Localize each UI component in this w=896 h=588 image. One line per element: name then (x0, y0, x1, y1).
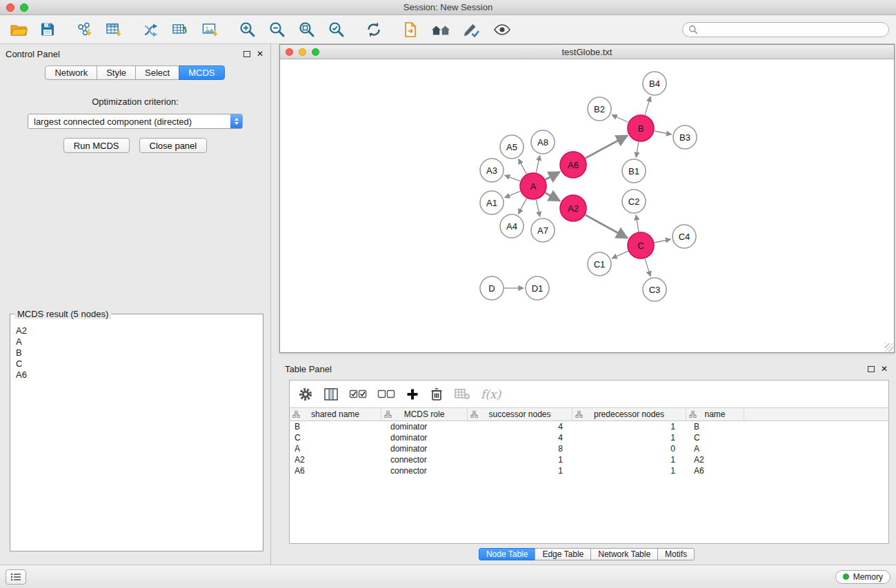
table-row[interactable]: Adominator80A (290, 443, 888, 454)
float-panel-button[interactable] (243, 51, 250, 57)
refresh-layout-button[interactable] (365, 21, 383, 39)
column-header-MCDS-role[interactable]: MCDS role (381, 408, 468, 420)
graph-node-A8[interactable]: A8 (531, 130, 555, 154)
column-button[interactable] (323, 387, 339, 402)
graph-edge-A-A5[interactable] (519, 159, 527, 174)
tab-network-table[interactable]: Network Table (590, 548, 658, 560)
table-cell[interactable]: A2 (290, 454, 381, 465)
tab-style[interactable]: Style (97, 65, 136, 80)
network-graph[interactable]: B4B2BB3A8A5A6A3B1AC2A1A2A4A7C4CC1C3DD1 (280, 59, 894, 352)
table-cell[interactable]: A6 (686, 465, 744, 476)
table-cell[interactable]: 1 (573, 454, 686, 465)
table-cell[interactable]: connector (381, 465, 468, 476)
function-builder-button[interactable]: f(x) (481, 387, 501, 401)
table-row[interactable]: A6connector11A6 (290, 465, 888, 476)
graph-node-C3[interactable]: C3 (643, 278, 666, 301)
mcds-result-item[interactable]: B (14, 347, 259, 358)
graph-node-A4[interactable]: A4 (500, 214, 524, 238)
close-panel-icon-button[interactable]: ✕ (257, 50, 263, 58)
graph-node-A[interactable]: A (520, 173, 546, 199)
column-header-name[interactable]: name (686, 408, 744, 420)
graph-node-C1[interactable]: C1 (588, 252, 611, 276)
table-cell[interactable]: C (686, 432, 744, 443)
graph-node-C4[interactable]: C4 (673, 225, 696, 248)
select-all-button[interactable] (349, 387, 367, 401)
graph-edge-C-C1[interactable] (612, 251, 628, 258)
graph-edge-B-B3[interactable] (655, 131, 672, 134)
table-row[interactable]: Bdominator41B (290, 421, 888, 432)
column-header-predecessor-nodes[interactable]: predecessor nodes (573, 408, 686, 420)
table-cell[interactable]: A6 (290, 465, 381, 476)
table-cell[interactable]: dominator (381, 421, 468, 432)
memory-button[interactable]: Memory (835, 570, 890, 584)
new-table-button[interactable] (172, 21, 190, 38)
graph-node-B4[interactable]: B4 (643, 72, 666, 95)
graph-node-A7[interactable]: A7 (531, 219, 555, 242)
graph-node-D1[interactable]: D1 (526, 276, 549, 300)
zoom-out-button[interactable] (268, 21, 286, 39)
tab-select[interactable]: Select (135, 65, 179, 80)
mcds-result-item[interactable]: A2 (14, 325, 259, 336)
graph-edge-A-A6[interactable] (546, 172, 560, 179)
zoom-in-button[interactable] (239, 21, 257, 39)
table-cell[interactable]: 8 (468, 443, 573, 454)
list-menu-button[interactable] (6, 569, 26, 585)
graph-node-C[interactable]: C (628, 232, 654, 258)
import-table-button[interactable] (105, 21, 123, 38)
table-cell[interactable]: 1 (573, 432, 686, 443)
graph-node-B1[interactable]: B1 (622, 159, 646, 183)
tab-node-table[interactable]: Node Table (479, 548, 536, 560)
graph-node-A3[interactable]: A3 (480, 159, 504, 182)
delete-row-button[interactable] (430, 387, 444, 402)
graph-edge-B-B4[interactable] (645, 97, 650, 115)
close-table-panel-button[interactable]: ✕ (881, 365, 888, 373)
export-image-button[interactable] (201, 21, 219, 38)
table-cell[interactable]: C (290, 432, 381, 443)
table-row[interactable]: A2connector11A2 (290, 454, 888, 465)
column-header-successor-nodes[interactable]: successor nodes (468, 408, 573, 420)
apply-style-button[interactable] (463, 21, 481, 38)
graph-edge-B-B2[interactable] (612, 115, 628, 123)
tab-motifs[interactable]: Motifs (657, 548, 695, 560)
branch-network-button[interactable] (142, 21, 160, 38)
graph-node-B2[interactable]: B2 (588, 97, 611, 121)
search-input[interactable] (701, 25, 883, 34)
show-all-views-button[interactable] (430, 21, 451, 38)
table-cell[interactable]: 1 (468, 454, 573, 465)
graph-node-A1[interactable]: A1 (480, 191, 504, 214)
open-session-button[interactable] (10, 22, 28, 37)
tab-mcds[interactable]: MCDS (179, 65, 224, 80)
table-cell[interactable]: 1 (468, 465, 573, 476)
graph-edge-A-A2[interactable] (546, 193, 560, 201)
graph-edge-C-C4[interactable] (655, 239, 671, 243)
network-zoom-button[interactable] (312, 48, 319, 56)
network-close-button[interactable] (286, 48, 293, 56)
table-row[interactable]: Cdominator41C (290, 432, 888, 443)
tab-network[interactable]: Network (45, 65, 97, 80)
graph-node-B[interactable]: B (628, 115, 654, 141)
network-canvas[interactable]: B4B2BB3A8A5A6A3B1AC2A1A2A4A7C4CC1C3DD1 (280, 59, 894, 352)
graph-edge-A6-B[interactable] (586, 136, 628, 159)
zoom-selected-button[interactable] (328, 21, 346, 39)
table-cell[interactable]: B (290, 421, 381, 432)
graph-edge-B-B1[interactable] (636, 142, 639, 158)
graph-edge-A-A8[interactable] (536, 156, 539, 173)
table-cell[interactable]: 0 (573, 443, 686, 454)
table-cell[interactable]: A2 (686, 454, 744, 465)
mcds-result-item[interactable]: C (14, 358, 259, 369)
table-cell[interactable]: A (290, 443, 381, 454)
graph-edge-A-A4[interactable] (518, 199, 526, 214)
graph-node-A6[interactable]: A6 (560, 152, 586, 178)
add-row-button[interactable] (406, 387, 419, 401)
run-mcds-button[interactable]: Run MCDS (63, 138, 130, 153)
graph-node-A5[interactable]: A5 (500, 135, 524, 159)
zoom-fit-button[interactable] (298, 21, 316, 39)
table-cell[interactable]: B (686, 421, 744, 432)
settings-button[interactable] (298, 387, 313, 402)
delete-table-button[interactable] (454, 387, 470, 401)
resize-handle[interactable] (885, 343, 893, 352)
float-table-panel-button[interactable] (868, 366, 875, 372)
export-document-button[interactable] (402, 21, 419, 38)
graph-edge-A-A1[interactable] (505, 191, 521, 197)
graph-node-B3[interactable]: B3 (673, 125, 697, 149)
